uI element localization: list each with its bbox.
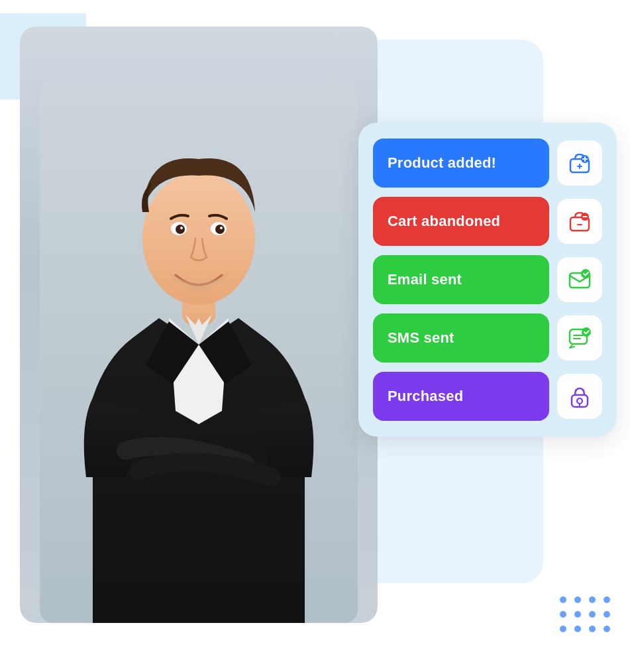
dot xyxy=(589,596,596,603)
dot xyxy=(574,611,581,618)
shop-red-icon xyxy=(557,199,602,244)
person-photo xyxy=(20,27,378,623)
dot xyxy=(574,596,581,603)
event-label-sms-sent: SMS sent xyxy=(373,313,549,363)
svg-point-6 xyxy=(215,225,225,234)
dot xyxy=(589,611,596,618)
svg-point-8 xyxy=(220,227,223,229)
event-label-email-sent: Email sent xyxy=(373,255,549,304)
scene: Product added! Cart abandoned xyxy=(0,0,630,672)
event-row-product-added: Product added! xyxy=(373,139,602,188)
event-row-sms-sent: SMS sent xyxy=(373,313,602,363)
svg-point-17 xyxy=(581,269,590,278)
dot xyxy=(574,626,581,632)
dot xyxy=(560,596,566,603)
dot xyxy=(604,596,610,603)
email-icon xyxy=(557,257,602,302)
event-label-product-added: Product added! xyxy=(373,139,549,188)
svg-point-5 xyxy=(176,225,185,234)
event-row-email-sent: Email sent xyxy=(373,255,602,304)
event-label-purchased: Purchased xyxy=(373,372,549,421)
sms-icon xyxy=(557,315,602,361)
dot xyxy=(604,611,610,618)
lock-icon xyxy=(557,374,602,419)
event-row-purchased: Purchased xyxy=(373,372,602,421)
dot xyxy=(560,611,566,618)
event-row-cart-abandoned: Cart abandoned xyxy=(373,197,602,246)
events-card: Product added! Cart abandoned xyxy=(358,123,617,437)
dot xyxy=(604,626,610,632)
svg-point-7 xyxy=(180,227,183,229)
shop-icon xyxy=(557,140,602,186)
svg-point-21 xyxy=(582,327,591,337)
dot xyxy=(589,626,596,632)
svg-point-23 xyxy=(577,398,582,404)
event-label-cart-abandoned: Cart abandoned xyxy=(373,197,549,246)
dot xyxy=(560,626,566,632)
dot-grid xyxy=(560,596,610,632)
